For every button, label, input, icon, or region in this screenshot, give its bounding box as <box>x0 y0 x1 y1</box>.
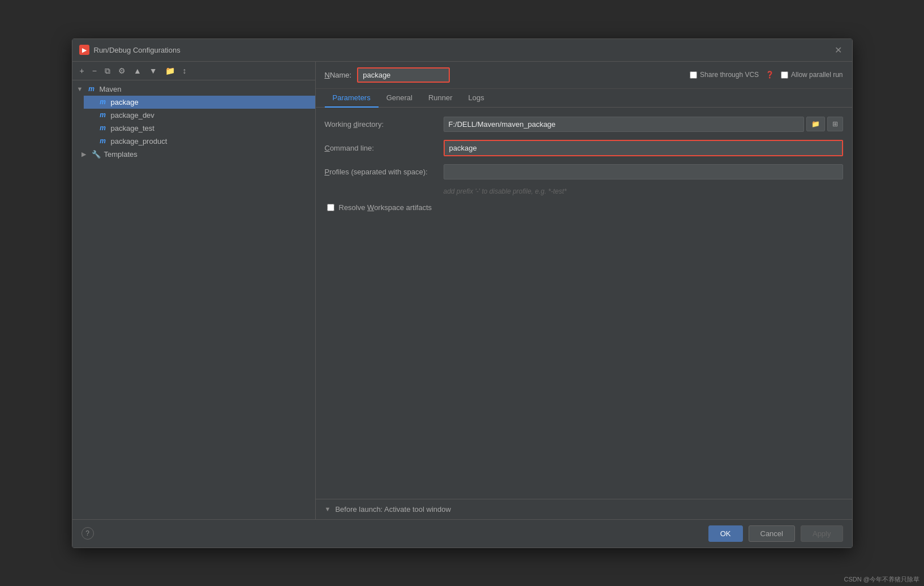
command-line-input[interactable] <box>445 141 842 155</box>
sort-button[interactable]: ↕ <box>180 65 190 76</box>
maven-item-icon: m <box>98 98 108 106</box>
left-toolbar: + − ⧉ ⚙ ▲ ▼ 📁 ↕ <box>72 62 315 80</box>
working-dir-controls: 📁 ⊞ <box>444 117 843 132</box>
app-icon: ▶ <box>79 45 89 55</box>
title-bar: ▶ Run/Debug Configurations ✕ <box>72 39 852 62</box>
name-label: NName: <box>325 71 352 79</box>
templates-wrench-icon: 🔧 <box>92 150 101 159</box>
profiles-row: Profiles (separated with space): <box>325 164 843 179</box>
allow-parallel-label[interactable]: Allow parallel run <box>781 71 843 79</box>
folder-button[interactable]: 📁 <box>162 65 178 76</box>
resolve-workspace-label[interactable]: Resolve Workspace artifacts <box>339 203 432 212</box>
vcs-help-icon[interactable]: ❓ <box>766 71 774 79</box>
footer-right: OK Cancel Apply <box>708 525 843 542</box>
watermark: CSDN @今年不养猪只除草 <box>844 575 919 584</box>
name-input[interactable] <box>358 69 449 82</box>
help-button[interactable]: ? <box>81 527 94 540</box>
remove-button[interactable]: − <box>89 65 100 76</box>
run-debug-dialog: ▶ Run/Debug Configurations ✕ + − ⧉ ⚙ ▲ ▼… <box>72 39 853 548</box>
maven-group-label: Maven <box>100 85 122 93</box>
maven-dev-icon: m <box>98 111 108 119</box>
maven-group-item[interactable]: ▼ m Maven <box>72 83 315 96</box>
working-directory-label: Working directory: <box>325 120 438 129</box>
config-item-package-dev-label: package_dev <box>111 111 154 119</box>
resolve-workspace-checkbox[interactable] <box>327 204 334 211</box>
before-launch-label: Before launch: Activate tool window <box>335 505 451 514</box>
tabs-row: Parameters General Runner Logs <box>316 89 852 108</box>
dialog-footer: ? OK Cancel Apply <box>72 519 852 547</box>
config-tree: ▼ m Maven m package m package_dev <box>72 80 315 519</box>
before-launch-section: ▼ Before launch: Activate tool window <box>316 499 852 519</box>
command-line-label: Command line: <box>325 144 438 152</box>
cancel-button[interactable]: Cancel <box>749 525 795 542</box>
browse-module-button[interactable]: ⊞ <box>827 117 843 131</box>
vcs-row: Share through VCS ❓ Allow parallel run <box>690 71 843 79</box>
templates-group-item[interactable]: ▶ 🔧 Templates <box>77 148 315 161</box>
apply-button[interactable]: Apply <box>801 525 843 542</box>
name-row: NName: Share through VCS ❓ Allow paralle… <box>316 62 852 89</box>
working-directory-input[interactable] <box>444 117 804 132</box>
templates-label: Templates <box>104 150 137 159</box>
templates-arrow: ▶ <box>81 151 88 158</box>
config-item-package-dev[interactable]: m package_dev <box>84 109 315 122</box>
title-bar-left: ▶ Run/Debug Configurations <box>79 45 180 55</box>
move-up-button[interactable]: ▲ <box>131 65 144 76</box>
left-panel: + − ⧉ ⚙ ▲ ▼ 📁 ↕ ▼ m Maven m <box>72 62 316 519</box>
profiles-label: Profiles (separated with space): <box>325 168 438 176</box>
name-input-wrapper <box>357 67 450 83</box>
dialog-title: Run/Debug Configurations <box>94 46 180 54</box>
browse-folder-button[interactable]: 📁 <box>806 117 825 131</box>
maven-expand-arrow: ▼ <box>77 85 84 92</box>
copy-button[interactable]: ⧉ <box>102 65 113 76</box>
config-item-package-test-label: package_test <box>111 124 154 132</box>
tab-logs[interactable]: Logs <box>461 89 492 108</box>
config-item-package-label: package <box>111 98 139 106</box>
share-vcs-checkbox[interactable] <box>690 71 697 79</box>
add-button[interactable]: + <box>77 65 87 76</box>
ok-button[interactable]: OK <box>708 525 743 542</box>
parameters-content: Working directory: 📁 ⊞ Command line: <box>316 108 852 499</box>
profiles-input[interactable] <box>444 164 843 179</box>
tab-parameters[interactable]: Parameters <box>325 89 379 108</box>
name-underline: N <box>325 71 330 79</box>
allow-parallel-checkbox[interactable] <box>781 71 788 79</box>
maven-product-icon: m <box>98 137 108 145</box>
command-line-row: Command line: <box>325 140 843 156</box>
dialog-body: + − ⧉ ⚙ ▲ ▼ 📁 ↕ ▼ m Maven m <box>72 62 852 519</box>
right-panel: NName: Share through VCS ❓ Allow paralle… <box>316 62 852 519</box>
before-launch-arrow: ▼ <box>325 506 331 512</box>
resolve-workspace-row: Resolve Workspace artifacts <box>325 203 843 212</box>
tab-general[interactable]: General <box>379 89 420 108</box>
footer-left: ? <box>81 527 94 540</box>
maven-group-icon: m <box>87 85 96 93</box>
profiles-hint: add prefix '-' to disable profile, e.g. … <box>325 187 843 195</box>
config-item-package-test[interactable]: m package_test <box>84 122 315 135</box>
move-down-button[interactable]: ▼ <box>147 65 160 76</box>
working-directory-row: Working directory: 📁 ⊞ <box>325 117 843 132</box>
tab-runner[interactable]: Runner <box>420 89 461 108</box>
config-item-package-product[interactable]: m package_product <box>84 135 315 148</box>
maven-test-icon: m <box>98 124 108 132</box>
config-item-package[interactable]: m package <box>84 96 315 109</box>
close-button[interactable]: ✕ <box>831 44 845 57</box>
settings-button[interactable]: ⚙ <box>115 65 128 76</box>
share-vcs-label[interactable]: Share through VCS <box>690 71 759 79</box>
config-item-package-product-label: package_product <box>111 137 167 146</box>
